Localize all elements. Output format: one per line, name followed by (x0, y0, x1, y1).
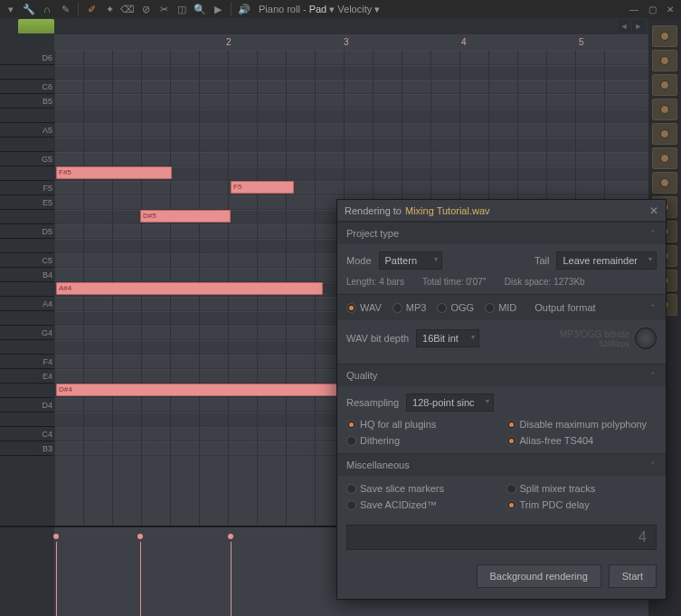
channel-slot[interactable] (652, 147, 677, 169)
piano-key[interactable] (0, 384, 54, 398)
hq-radio[interactable] (346, 420, 356, 430)
piano-key[interactable]: F5 (0, 181, 54, 195)
piano-key[interactable]: E4 (0, 369, 54, 384)
mode-label: Mode (346, 255, 372, 266)
play-icon[interactable]: ▶ (211, 2, 225, 16)
channel-slot[interactable] (652, 74, 677, 96)
grid-row[interactable] (54, 65, 648, 80)
quality-header[interactable]: Quality ⌃ (337, 365, 666, 386)
title-pattern[interactable]: Pad (309, 4, 327, 14)
aliasfree-radio[interactable] (506, 436, 516, 446)
ruler-mark: 4 (461, 37, 467, 47)
magnet-icon[interactable]: ∩ (40, 2, 54, 16)
piano-key[interactable] (0, 239, 54, 253)
midi-note[interactable]: F#5 (56, 166, 172, 179)
midi-note[interactable]: F5 (231, 181, 294, 194)
dialog-close-button[interactable]: ✕ (649, 204, 658, 217)
slice-radio[interactable] (346, 484, 356, 494)
piano-key[interactable]: B3 (0, 441, 54, 456)
minimize-button[interactable]: — (627, 3, 641, 15)
piano-key[interactable]: B5 (0, 94, 54, 109)
mode-dropdown[interactable]: Pattern (379, 251, 442, 270)
grid-row[interactable] (54, 51, 648, 65)
piano-key[interactable] (0, 210, 54, 224)
velocity-bar[interactable] (140, 542, 141, 616)
piano-key[interactable]: F4 (0, 355, 54, 369)
grid-row[interactable] (54, 109, 648, 123)
background-render-button[interactable]: Background rendering (477, 564, 601, 588)
bitdepth-dropdown[interactable]: 16Bit int (416, 329, 479, 347)
speaker-icon[interactable]: 🔊 (237, 2, 251, 16)
piano-key[interactable]: A5 (0, 123, 54, 137)
project-type-header[interactable]: Project type ⌃ (337, 223, 666, 244)
paint-icon[interactable]: ✦ (102, 2, 117, 16)
midi-note[interactable]: D#5 (140, 210, 231, 223)
mute-icon[interactable]: ⊘ (138, 2, 153, 16)
grid-row[interactable] (54, 94, 648, 109)
start-button[interactable]: Start (609, 564, 657, 588)
maximize-button[interactable]: ▢ (645, 3, 659, 15)
acid-radio[interactable] (346, 500, 356, 510)
piano-key[interactable] (0, 311, 54, 326)
grid-row[interactable] (54, 181, 648, 195)
piano-key[interactable] (0, 65, 54, 80)
velocity-bar[interactable] (231, 542, 232, 616)
channel-slot[interactable] (652, 99, 677, 120)
piano-key[interactable]: G4 (0, 326, 54, 340)
piano-keys[interactable]: D6C6B5A5G5F5E5D5C5B4A4G4F4E4D4C4B3 (0, 51, 54, 526)
tail-dropdown[interactable]: Leave remainder (556, 251, 657, 270)
piano-key[interactable]: E5 (0, 195, 54, 210)
close-button[interactable]: ✕ (663, 3, 677, 15)
polyphony-radio[interactable] (506, 420, 516, 430)
piano-key[interactable] (0, 282, 54, 297)
piano-key[interactable]: G5 (0, 152, 54, 166)
channel-slot[interactable] (652, 123, 677, 145)
piano-key[interactable]: D4 (0, 398, 54, 412)
window-title: Piano roll - Pad ▾ Velocity ▾ (259, 4, 380, 15)
channel-slot[interactable] (652, 25, 677, 47)
channel-slot[interactable] (652, 172, 677, 194)
piano-key[interactable]: A4 (0, 297, 54, 311)
grid-row[interactable] (54, 123, 648, 137)
ogg-radio[interactable] (437, 303, 447, 313)
resampling-dropdown[interactable]: 128-point sinc (406, 393, 494, 412)
piano-key[interactable]: D6 (0, 51, 54, 65)
tab-prev-button[interactable]: ◄ (618, 20, 630, 33)
bitrate-knob[interactable] (635, 327, 657, 349)
zoom-icon[interactable]: 🔍 (193, 2, 207, 16)
piano-key[interactable]: B4 (0, 268, 54, 282)
piano-key[interactable] (0, 137, 54, 152)
channel-slot[interactable] (652, 50, 677, 71)
split-radio[interactable] (506, 484, 516, 494)
grid-row[interactable] (54, 152, 648, 166)
active-pattern-tab[interactable] (18, 19, 54, 33)
dithering-radio[interactable] (346, 436, 356, 446)
trim-radio[interactable] (506, 500, 516, 510)
midi-note[interactable]: A#4 (56, 282, 323, 295)
erase-icon[interactable]: ⌫ (120, 2, 135, 16)
piano-key[interactable]: C4 (0, 427, 54, 441)
piano-key[interactable] (0, 109, 54, 123)
piano-key[interactable]: C6 (0, 80, 54, 94)
pencil-icon[interactable]: ✎ (58, 2, 72, 16)
grid-row[interactable] (54, 137, 648, 152)
wav-radio[interactable] (346, 303, 356, 313)
tab-next-button[interactable]: ► (632, 20, 645, 33)
mp3-radio[interactable] (393, 303, 402, 313)
velocity-bar[interactable] (56, 542, 57, 616)
brush-icon[interactable]: ✐ (84, 2, 99, 16)
piano-key[interactable]: D5 (0, 224, 54, 239)
slice-icon[interactable]: ✂ (156, 2, 171, 16)
piano-key[interactable]: C5 (0, 253, 54, 268)
piano-key[interactable] (0, 340, 54, 355)
piano-key[interactable] (0, 412, 54, 427)
misc-header[interactable]: Miscellaneous ⌃ (337, 454, 666, 476)
mid-radio[interactable] (485, 303, 495, 313)
piano-key[interactable] (0, 166, 54, 181)
wrench-icon[interactable]: 🔧 (22, 2, 36, 16)
grid-row[interactable] (54, 80, 648, 94)
title-suffix[interactable]: ▾ Velocity ▾ (326, 4, 380, 14)
dialog-titlebar[interactable]: Rendering to Mixing Tutorial.wav ✕ (337, 200, 666, 222)
select-icon[interactable]: ◫ (175, 2, 189, 16)
menu-icon[interactable]: ▾ (4, 2, 18, 16)
